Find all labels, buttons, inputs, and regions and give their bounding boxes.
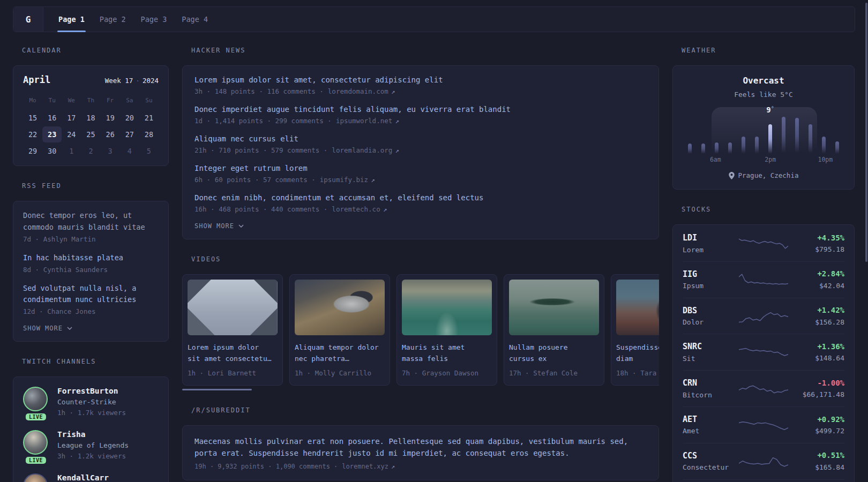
calendar-day[interactable]: 24 xyxy=(62,126,81,142)
twitch-avatar-wrap: LIVE xyxy=(23,387,49,417)
stock-row[interactable]: SNRC Sit +1.36% $148.64 xyxy=(683,334,844,370)
hackernews-item-domain[interactable]: ipsumworld.net↗ xyxy=(336,117,399,125)
top-nav: G Page 1Page 2Page 3Page 4 xyxy=(13,6,855,32)
video-card[interactable]: Aliquam tempor dolor nec pharetra… 1h · … xyxy=(289,274,390,386)
stock-price: $165.84 xyxy=(792,464,844,471)
stock-ticker: AET xyxy=(683,415,735,424)
video-meta: 1h · Molly Carrillo xyxy=(295,369,385,377)
calendar-day[interactable]: 26 xyxy=(101,126,120,142)
stocks-heading: STOCKS xyxy=(682,206,855,213)
calendar-day[interactable]: 18 xyxy=(81,110,100,126)
video-card[interactable]: Suspendisse auctor diam 18h · Tara xyxy=(611,274,659,386)
rss-item-title[interactable]: Donec tempor eros leo, ut commodo mauris… xyxy=(23,210,159,234)
page-scrollbar[interactable] xyxy=(865,3,867,262)
calendar-day[interactable]: 27 xyxy=(120,126,139,142)
calendar-day[interactable]: 15 xyxy=(23,110,42,126)
video-title[interactable]: Nullam posuere cursus ex xyxy=(509,342,594,365)
weather-hour-label: 6am xyxy=(710,156,721,163)
calendar-day[interactable]: 30 xyxy=(42,143,62,159)
calendar-day[interactable]: 20 xyxy=(120,110,139,126)
weather-bar-slot xyxy=(728,116,732,154)
calendar-day[interactable]: 17 xyxy=(62,110,81,126)
stock-row[interactable]: LDI Lorem +4.35% $795.18 xyxy=(683,225,844,261)
rss-item-title[interactable]: Sed volutpat nulla nisl, a condimentum n… xyxy=(23,283,159,306)
calendar-day[interactable]: 1 xyxy=(62,143,81,159)
calendar-day[interactable]: 3 xyxy=(101,143,120,159)
calendar-day[interactable]: 2 xyxy=(81,143,100,159)
stock-row[interactable]: CCS Consectetur +0.51% $165.84 xyxy=(683,443,844,479)
twitch-channel-row[interactable]: LIVE ForrestBurton Counter-Strike 1h · 1… xyxy=(23,387,159,417)
avatar xyxy=(23,387,48,411)
calendar-day[interactable]: 22 xyxy=(23,126,42,142)
twitch-channel-row[interactable]: LIVE Trisha League of Legends 3h · 1.2k … xyxy=(23,430,159,460)
tab-page-2[interactable]: Page 2 xyxy=(92,7,133,32)
weather-hour-bar xyxy=(715,142,719,154)
calendar-day[interactable]: 25 xyxy=(81,126,100,142)
video-card[interactable]: Lorem ipsum dolor sit amet consectetu… 1… xyxy=(182,274,283,386)
video-title[interactable]: Lorem ipsum dolor sit amet consectetu… xyxy=(188,342,272,365)
calendar-day[interactable]: 21 xyxy=(139,110,159,126)
stock-ticker: CCS xyxy=(683,451,735,461)
hackernews-show-more-button[interactable]: SHOW MORE xyxy=(194,222,244,230)
tab-page-1[interactable]: Page 1 xyxy=(51,7,92,32)
video-thumbnail[interactable] xyxy=(402,280,492,335)
carousel-scrollbar[interactable] xyxy=(182,389,252,390)
stock-row[interactable]: IIG Ipsum +2.84% $42.04 xyxy=(683,261,844,298)
hackernews-item-domain[interactable]: loremlandia.org↗ xyxy=(332,146,399,154)
weather-card: Overcast Feels like 5°C xyxy=(672,65,855,190)
calendar-day-selected[interactable]: 23 xyxy=(42,126,62,142)
calendar-day[interactable]: 29 xyxy=(23,143,42,159)
stock-row[interactable]: DBS Dolor +1.42% $156.28 xyxy=(683,298,844,334)
video-title[interactable]: Suspendisse auctor diam xyxy=(616,342,659,365)
video-card[interactable]: Nullam posuere cursus ex 17h · Stefan Co… xyxy=(504,274,604,386)
middle-column: HACKER NEWS Lorem ipsum dolor sit amet, … xyxy=(182,47,659,480)
hackernews-item: Donec imperdiet augue tincidunt felis al… xyxy=(194,105,647,125)
page-tabs: Page 1Page 2Page 3Page 4 xyxy=(51,7,215,32)
hackernews-item-title[interactable]: Integer eget rutrum lorem xyxy=(194,164,647,172)
video-thumbnail[interactable] xyxy=(188,280,278,335)
hackernews-item-domain[interactable]: ipsumify.biz↗ xyxy=(320,176,375,184)
calendar-day[interactable]: 19 xyxy=(101,110,120,126)
rss-item-title[interactable]: In hac habitasse platea xyxy=(23,252,159,264)
subreddit-post-title[interactable]: Maecenas mollis pulvinar erat non posuer… xyxy=(194,435,647,460)
video-thumbnail[interactable] xyxy=(295,280,385,335)
hackernews-item-domain[interactable]: loremtech.co↗ xyxy=(332,205,387,213)
hackernews-item-domain[interactable]: loremdomain.com↗ xyxy=(328,87,395,95)
stock-change: -1.00% xyxy=(792,379,844,387)
calendar-day[interactable]: 4 xyxy=(120,143,139,159)
tab-page-3[interactable]: Page 3 xyxy=(133,7,175,32)
video-thumbnail[interactable] xyxy=(616,280,659,335)
stock-name: Lorem xyxy=(683,246,735,254)
video-title[interactable]: Aliquam tempor dolor nec pharetra… xyxy=(295,342,379,365)
stock-row[interactable]: AHS +0.46% xyxy=(683,479,844,482)
rss-show-more-button[interactable]: SHOW MORE xyxy=(23,325,72,332)
calendar-day[interactable]: 28 xyxy=(139,126,159,142)
calendar-heading: CALENDAR xyxy=(22,47,169,54)
hackernews-item-title[interactable]: Donec enim nibh, condimentum et accumsan… xyxy=(194,193,647,202)
stock-sparkline xyxy=(735,453,792,471)
stock-row[interactable]: AET Amet +0.92% $499.72 xyxy=(683,406,844,443)
stocks-section: STOCKS LDI Lorem +4.35% $795.18 IIG Ipsu… xyxy=(672,206,855,482)
hackernews-item-title[interactable]: Lorem ipsum dolor sit amet, consectetur … xyxy=(194,76,647,84)
video-card[interactable]: Mauris sit amet massa felis 7h · Grayson… xyxy=(396,274,497,386)
subreddit-section: /R/SUBREDDIT Maecenas mollis pulvinar er… xyxy=(182,406,659,480)
hackernews-card: Lorem ipsum dolor sit amet, consectetur … xyxy=(182,65,659,239)
stock-row[interactable]: CRN Bitcorn -1.00% $66,171.48 xyxy=(683,370,844,406)
stocks-card: LDI Lorem +4.35% $795.18 IIG Ipsum +2.84… xyxy=(672,224,855,482)
external-link-icon: ↗ xyxy=(383,205,387,213)
subreddit-post-meta: 19h · 9,932 points · 1,090 comments ·lor… xyxy=(194,463,647,470)
twitch-channel-row[interactable]: KendallCarr xyxy=(23,473,159,482)
hackernews-item-title[interactable]: Aliquam nec cursus elit xyxy=(194,134,647,143)
hackernews-item-title[interactable]: Donec imperdiet augue tincidunt felis al… xyxy=(194,105,647,114)
hackernews-item: Donec enim nibh, condimentum et accumsan… xyxy=(194,193,647,213)
calendar-day[interactable]: 5 xyxy=(139,143,159,159)
subreddit-post-domain[interactable]: loremnet.xyz↗ xyxy=(342,463,395,470)
app-logo[interactable]: G xyxy=(13,7,43,32)
subreddit-card: Maecenas mollis pulvinar erat non posuer… xyxy=(182,425,659,480)
weather-hour-bar xyxy=(822,137,826,154)
tab-page-4[interactable]: Page 4 xyxy=(174,7,215,32)
rss-item-meta: 8d · Cynthia Saunders xyxy=(23,266,159,274)
video-thumbnail[interactable] xyxy=(509,280,599,335)
video-title[interactable]: Mauris sit amet massa felis xyxy=(402,342,487,365)
calendar-day[interactable]: 16 xyxy=(42,110,62,126)
